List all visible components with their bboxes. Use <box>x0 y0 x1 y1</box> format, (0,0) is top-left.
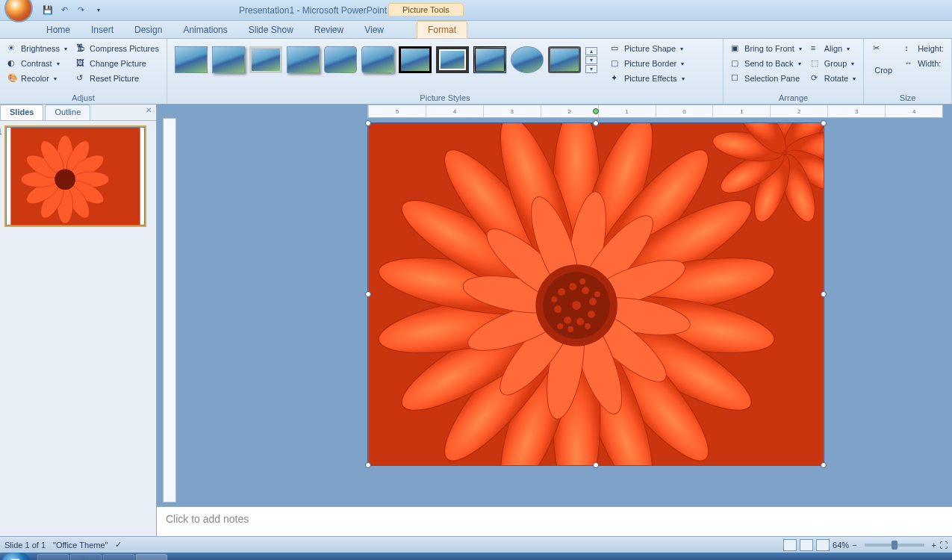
resize-handle-tr[interactable] <box>821 120 827 126</box>
status-slide: Slide 1 of 1 <box>4 541 46 550</box>
contrast-button[interactable]: ◐Contrast▾ <box>4 57 70 70</box>
view-sorter-icon[interactable] <box>800 539 813 551</box>
crop-icon: ✂ <box>873 43 894 64</box>
redo-icon[interactable]: ↷ <box>75 4 87 16</box>
qat-dropdown-icon[interactable]: ▾ <box>93 4 105 16</box>
tab-animations[interactable]: Animations <box>172 22 237 38</box>
style-thumb-11[interactable] <box>548 46 581 73</box>
panel-close-icon[interactable]: ✕ <box>141 105 156 120</box>
resize-handle-mr[interactable] <box>821 291 827 297</box>
svg-point-61 <box>588 311 595 318</box>
border-icon: ▢ <box>611 58 621 69</box>
picture-effects-button[interactable]: ✦Picture Effects▾ <box>608 72 688 85</box>
change-picture-button[interactable]: 🖼Change Picture <box>73 57 162 70</box>
crop-button[interactable]: ✂ Crop <box>868 42 898 76</box>
height-icon: ↕ <box>904 43 915 54</box>
start-button[interactable] <box>1 553 31 560</box>
height-field[interactable]: ↕Height: <box>901 42 947 55</box>
style-thumb-10[interactable] <box>511 46 544 73</box>
slide-thumb-1[interactable]: 1 <box>6 127 145 225</box>
status-theme: "Office Theme" <box>53 541 108 550</box>
zoom-slider[interactable] <box>865 544 924 547</box>
gallery-down-icon[interactable]: ▾ <box>585 56 597 64</box>
gallery-more-icon[interactable]: ▾ <box>585 65 597 73</box>
recolor-button[interactable]: 🎨Recolor▾ <box>4 72 70 85</box>
style-thumb-7[interactable] <box>399 46 432 73</box>
gallery-up-icon[interactable]: ▴ <box>585 47 597 55</box>
tab-home[interactable]: Home <box>36 22 81 38</box>
brightness-icon: ☀ <box>7 43 18 54</box>
zoom-in-icon[interactable]: + <box>932 541 936 550</box>
taskbar-powerpoint-icon[interactable]: P <box>136 554 167 560</box>
slide-canvas[interactable] <box>367 122 824 466</box>
view-slideshow-icon[interactable] <box>816 539 830 551</box>
resize-handle-br[interactable] <box>821 462 827 468</box>
slide-editor[interactable]: 5 4 3 2 1 0 1 2 3 4 <box>157 105 952 536</box>
style-thumb-6[interactable] <box>361 46 394 73</box>
tab-review[interactable]: Review <box>304 22 354 38</box>
contrast-icon: ◐ <box>7 58 18 69</box>
ribbon-tabs: Home Insert Design Animations Slide Show… <box>0 21 952 39</box>
width-icon: ↔ <box>904 58 915 69</box>
view-normal-icon[interactable] <box>783 539 797 551</box>
taskbar-firefox-icon[interactable]: 🦊 <box>70 554 102 560</box>
rotate-icon: ⟳ <box>811 73 821 84</box>
bring-to-front-button[interactable]: ▣Bring to Front▾ <box>728 42 805 55</box>
tab-view[interactable]: View <box>354 22 394 38</box>
rotate-button[interactable]: ⟳Rotate▾ <box>808 72 859 85</box>
group-label-arrange: Arrange <box>728 92 859 102</box>
compress-icon: 🗜 <box>76 43 87 54</box>
taskbar-word-icon[interactable]: W <box>103 554 134 560</box>
brightness-button[interactable]: ☀Brightness▾ <box>4 42 70 55</box>
send-to-back-button[interactable]: ▢Send to Back▾ <box>728 57 805 70</box>
style-thumb-3[interactable] <box>249 46 282 73</box>
style-thumb-8[interactable] <box>436 46 469 73</box>
taskbar-explorer-icon[interactable]: 📁 <box>37 554 69 560</box>
effects-icon: ✦ <box>611 73 621 84</box>
resize-handle-bl[interactable] <box>365 462 371 468</box>
tab-slideshow[interactable]: Slide Show <box>238 22 304 38</box>
align-button[interactable]: ≡Align▾ <box>808 42 859 55</box>
resize-handle-tl[interactable] <box>365 120 371 126</box>
picture-shape-button[interactable]: ▭Picture Shape▾ <box>608 42 688 55</box>
tab-insert[interactable]: Insert <box>81 22 124 38</box>
group-label-styles: Picture Styles <box>172 92 718 102</box>
horizontal-ruler: 5 4 3 2 1 0 1 2 3 4 <box>367 105 943 118</box>
style-thumb-9[interactable] <box>473 46 506 73</box>
picture-styles-gallery: ▴ ▾ ▾ <box>172 42 600 78</box>
reset-picture-button[interactable]: ↺Reset Picture <box>73 72 162 85</box>
selection-pane-icon: ☐ <box>731 73 741 84</box>
tab-format[interactable]: Format <box>417 21 467 39</box>
group-size: ✂ Crop ↕Height: ↔Width: Size <box>864 39 952 104</box>
width-field[interactable]: ↔Width: <box>901 57 947 70</box>
svg-point-71 <box>567 326 573 332</box>
group-icon: ⬚ <box>811 58 821 69</box>
zoom-out-icon[interactable]: − <box>852 541 856 550</box>
resize-handle-tm[interactable] <box>593 120 599 126</box>
status-bar: Slide 1 of 1 "Office Theme" ✓ 64% − + ⛶ <box>0 536 952 553</box>
office-button[interactable] <box>4 0 33 22</box>
style-thumb-1[interactable] <box>175 46 208 73</box>
notes-placeholder: Click to add notes <box>166 513 249 525</box>
style-thumb-4[interactable] <box>287 46 320 73</box>
save-icon[interactable]: 💾 <box>42 4 54 16</box>
svg-point-58 <box>569 283 576 290</box>
resize-handle-ml[interactable] <box>365 291 371 297</box>
rotate-handle[interactable] <box>593 108 599 114</box>
windows-taskbar: 📁 🦊 W P ⚑ 📶 🔊 <box>0 553 952 560</box>
compress-pictures-button[interactable]: 🗜Compress Pictures <box>73 42 162 55</box>
panel-tab-slides[interactable]: Slides <box>0 105 43 120</box>
resize-handle-bm[interactable] <box>593 462 599 468</box>
selected-picture[interactable] <box>367 122 824 466</box>
style-thumb-2[interactable] <box>212 46 245 73</box>
spellcheck-icon[interactable]: ✓ <box>115 540 122 550</box>
panel-tab-outline[interactable]: Outline <box>45 105 90 120</box>
style-thumb-5[interactable] <box>324 46 357 73</box>
selection-pane-button[interactable]: ☐Selection Pane <box>728 72 805 85</box>
group-button[interactable]: ⬚Group▾ <box>808 57 859 70</box>
picture-border-button[interactable]: ▢Picture Border▾ <box>608 57 688 70</box>
undo-icon[interactable]: ↶ <box>58 4 70 16</box>
notes-pane[interactable]: Click to add notes <box>157 506 952 536</box>
fit-icon[interactable]: ⛶ <box>939 541 948 550</box>
tab-design[interactable]: Design <box>124 22 172 38</box>
